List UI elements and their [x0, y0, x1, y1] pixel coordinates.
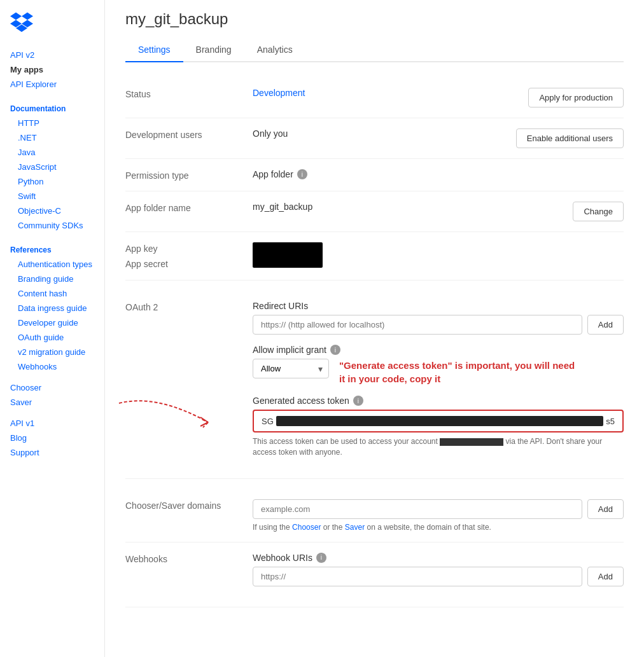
sidebar-item-blog[interactable]: Blog	[0, 431, 104, 445]
chooser-link[interactable]: Chooser	[292, 523, 321, 532]
app-folder-label: App folder name	[125, 202, 253, 213]
sidebar-item-v2migration[interactable]: v2 migration guide	[0, 345, 104, 359]
sidebar-item-chooser[interactable]: Chooser	[0, 380, 104, 395]
webhook-uris-label: Webhook URIs i	[253, 553, 624, 563]
permission-info-icon[interactable]: i	[297, 169, 307, 179]
generated-token-label: Generated access token i	[253, 396, 624, 406]
tab-settings[interactable]: Settings	[125, 38, 183, 62]
sidebar-item-devguide[interactable]: Developer guide	[0, 315, 104, 330]
annotation-text: "Generate access token" is important, yo…	[339, 359, 581, 385]
sidebar-item-apiv2[interactable]: API v2	[0, 48, 104, 62]
app-credentials-row: App key App secret	[125, 232, 624, 280]
redirect-uris-group: Redirect URIs Add	[253, 301, 624, 335]
chooser-saver-label: Chooser/Saver domains	[125, 499, 253, 511]
sidebar-item-apiv1[interactable]: API v1	[0, 416, 104, 431]
sidebar-item-swift[interactable]: Swift	[0, 189, 104, 204]
page-title: my_git_backup	[125, 10, 624, 28]
webhooks-value: Webhook URIs i Add	[253, 553, 624, 597]
app-key-value	[253, 242, 323, 268]
app-folder-value: my_git_backup	[253, 202, 312, 212]
logo-container	[0, 10, 104, 48]
permission-type-label: Permission type	[125, 169, 253, 181]
sidebar-header-documentation: Documentation	[0, 98, 104, 116]
token-account-masked	[440, 438, 503, 446]
allow-implicit-info-icon[interactable]: i	[330, 345, 340, 355]
status-value[interactable]: Development	[253, 88, 305, 98]
status-label: Status	[125, 88, 253, 99]
sidebar-item-dotnet[interactable]: .NET	[0, 130, 104, 145]
chooser-saver-value: Add If using the Chooser or the Saver on…	[253, 499, 624, 532]
chooser-saver-input-row: Add	[253, 499, 624, 519]
main-content: my_git_backup Settings Branding Analytic…	[105, 0, 644, 657]
sidebar-item-http[interactable]: HTTP	[0, 116, 104, 130]
redirect-uris-input[interactable]	[253, 315, 582, 335]
redirect-uris-label: Redirect URIs	[253, 301, 624, 311]
webhook-uris-group: Webhook URIs i Add	[253, 553, 624, 586]
enable-users-button[interactable]: Enable additional users	[516, 128, 624, 148]
add-redirect-button[interactable]: Add	[587, 315, 624, 335]
dev-users-row: Development users Only you Enable additi…	[125, 118, 624, 159]
token-masked-value	[276, 416, 603, 426]
permission-type-value: App folder	[253, 169, 293, 179]
webhook-info-icon[interactable]: i	[316, 553, 326, 563]
webhooks-row: Webhooks Webhook URIs i Add	[125, 543, 624, 607]
token-description: This access token can be used to access …	[253, 436, 624, 458]
status-row: Status Development Apply for production	[125, 78, 624, 118]
apply-production-button[interactable]: Apply for production	[528, 88, 624, 107]
token-info-icon[interactable]: i	[353, 396, 363, 406]
allow-implicit-group: Allow implicit grant i Allow Disallow	[253, 345, 624, 385]
chooser-saver-input[interactable]	[253, 499, 582, 519]
allow-implicit-select[interactable]: Allow Disallow	[253, 359, 329, 378]
sidebar-item-saver[interactable]: Saver	[0, 395, 104, 410]
saver-link[interactable]: Saver	[345, 523, 365, 532]
sidebar-item-apiexplorer[interactable]: API Explorer	[0, 77, 104, 92]
add-webhook-button[interactable]: Add	[587, 567, 624, 586]
sidebar-item-authtypes[interactable]: Authentication types	[0, 257, 104, 272]
sidebar-header-references: References	[0, 239, 104, 257]
sidebar-item-oauthguide[interactable]: OAuth guide	[0, 330, 104, 345]
dev-users-label: Development users	[125, 128, 253, 140]
allow-grant-row: Allow Disallow ▾ "Generate access token"…	[253, 359, 624, 385]
chooser-saver-row: Chooser/Saver domains Add If using the C…	[125, 489, 624, 543]
token-prefix: SG	[262, 417, 274, 426]
oauth-section: OAuth 2 Redirect URIs Add Allow implicit	[125, 280, 624, 489]
sidebar-item-objectivec[interactable]: Objective-C	[0, 204, 104, 218]
dropbox-logo-icon	[10, 10, 33, 33]
allow-select-wrapper: Allow Disallow ▾	[253, 359, 329, 378]
webhook-uri-input[interactable]	[253, 567, 582, 586]
sidebar-item-javascript[interactable]: JavaScript	[0, 160, 104, 174]
sidebar-item-contenthash[interactable]: Content hash	[0, 286, 104, 301]
tab-analytics[interactable]: Analytics	[244, 38, 305, 62]
tab-branding[interactable]: Branding	[183, 38, 244, 62]
allow-implicit-label: Allow implicit grant i	[253, 345, 624, 355]
generated-token-group: Generated access token i SG	[253, 396, 624, 458]
tabs-container: Settings Branding Analytics	[125, 38, 624, 62]
dev-users-value: Only you	[253, 128, 288, 139]
oauth-title-row: OAuth 2 Redirect URIs Add Allow implicit	[125, 291, 624, 479]
webhook-input-row: Add	[253, 567, 624, 586]
token-suffix: s5	[606, 417, 615, 426]
sidebar-item-python[interactable]: Python	[0, 174, 104, 189]
sidebar-item-webhooks[interactable]: Webhooks	[0, 359, 104, 374]
sidebar-item-brandinggide[interactable]: Branding guide	[0, 272, 104, 286]
add-chooser-saver-button[interactable]: Add	[587, 499, 624, 519]
allow-grant-left: Allow Disallow ▾	[253, 359, 329, 378]
arrow-annotation-svg	[106, 391, 259, 441]
app-key-label: App key App secret	[125, 242, 253, 269]
sidebar-item-myapps: My apps	[0, 62, 104, 77]
token-field: SG s5	[253, 410, 624, 432]
oauth-label: OAuth 2	[125, 301, 253, 312]
sidebar-item-dataingress[interactable]: Data ingress guide	[0, 301, 104, 315]
sidebar-item-java[interactable]: Java	[0, 145, 104, 160]
change-button[interactable]: Change	[573, 202, 624, 221]
sidebar-item-support[interactable]: Support	[0, 445, 104, 460]
chooser-saver-info: If using the Chooser or the Saver on a w…	[253, 523, 624, 532]
app-folder-row: App folder name my_git_backup Change	[125, 191, 624, 232]
permission-type-row: Permission type App folder i	[125, 159, 624, 191]
webhooks-label: Webhooks	[125, 553, 253, 564]
sidebar-item-communitysdks[interactable]: Community SDKs	[0, 218, 104, 233]
redirect-uris-input-row: Add	[253, 315, 624, 335]
token-row-container: SG s5	[253, 410, 624, 432]
sidebar: API v2 My apps API Explorer Documentatio…	[0, 0, 105, 657]
